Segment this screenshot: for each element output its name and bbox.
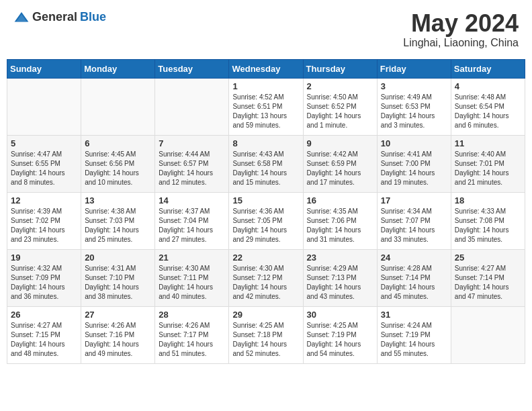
calendar-cell: 24Sunrise: 4:28 AMSunset: 7:14 PMDayligh… bbox=[377, 249, 451, 306]
day-info: Sunrise: 4:49 AMSunset: 6:53 PMDaylight:… bbox=[381, 93, 447, 130]
day-of-week-header: Sunday bbox=[7, 59, 81, 78]
day-number: 29 bbox=[232, 310, 299, 320]
calendar-week-row: 5Sunrise: 4:47 AMSunset: 6:55 PMDaylight… bbox=[7, 135, 525, 192]
calendar-cell: 6Sunrise: 4:45 AMSunset: 6:56 PMDaylight… bbox=[81, 135, 155, 192]
day-number: 28 bbox=[159, 310, 225, 320]
calendar-cell: 8Sunrise: 4:43 AMSunset: 6:58 PMDaylight… bbox=[229, 135, 303, 192]
day-number: 9 bbox=[307, 138, 373, 148]
calendar-cell: 9Sunrise: 4:42 AMSunset: 6:59 PMDaylight… bbox=[303, 135, 377, 192]
day-number: 21 bbox=[159, 253, 225, 263]
calendar-cell: 4Sunrise: 4:48 AMSunset: 6:54 PMDaylight… bbox=[451, 78, 525, 135]
calendar-cell: 14Sunrise: 4:37 AMSunset: 7:04 PMDayligh… bbox=[155, 192, 229, 249]
page-header: GeneralBlue May 2024 Linghai, Liaoning, … bbox=[7, 7, 525, 52]
day-number: 7 bbox=[159, 138, 225, 148]
day-info: Sunrise: 4:30 AMSunset: 7:12 PMDaylight:… bbox=[232, 264, 299, 302]
day-number: 4 bbox=[455, 81, 521, 91]
calendar-cell: 28Sunrise: 4:26 AMSunset: 7:17 PMDayligh… bbox=[155, 306, 229, 363]
calendar-cell: 25Sunrise: 4:27 AMSunset: 7:14 PMDayligh… bbox=[451, 249, 525, 306]
day-info: Sunrise: 4:29 AMSunset: 7:13 PMDaylight:… bbox=[307, 264, 373, 302]
day-number: 19 bbox=[11, 253, 77, 263]
day-info: Sunrise: 4:52 AMSunset: 6:51 PMDaylight:… bbox=[232, 93, 299, 130]
calendar-cell: 30Sunrise: 4:25 AMSunset: 7:19 PMDayligh… bbox=[303, 306, 377, 363]
calendar-cell: 21Sunrise: 4:30 AMSunset: 7:11 PMDayligh… bbox=[155, 249, 229, 306]
day-info: Sunrise: 4:25 AMSunset: 7:18 PMDaylight:… bbox=[232, 321, 299, 359]
day-info: Sunrise: 4:33 AMSunset: 7:08 PMDaylight:… bbox=[455, 207, 521, 244]
day-number: 25 bbox=[455, 253, 521, 263]
day-number: 13 bbox=[85, 195, 151, 205]
day-info: Sunrise: 4:47 AMSunset: 6:55 PMDaylight:… bbox=[11, 150, 77, 187]
logo: GeneralBlue bbox=[13, 10, 106, 24]
calendar-table: SundayMondayTuesdayWednesdayThursdayFrid… bbox=[7, 59, 525, 364]
calendar-cell: 29Sunrise: 4:25 AMSunset: 7:18 PMDayligh… bbox=[229, 306, 303, 363]
logo-icon bbox=[13, 11, 30, 24]
day-of-week-header: Tuesday bbox=[155, 59, 229, 78]
calendar-cell bbox=[81, 78, 155, 135]
day-number: 18 bbox=[455, 195, 521, 205]
calendar-cell: 20Sunrise: 4:31 AMSunset: 7:10 PMDayligh… bbox=[81, 249, 155, 306]
day-number: 8 bbox=[232, 138, 299, 148]
calendar-cell: 22Sunrise: 4:30 AMSunset: 7:12 PMDayligh… bbox=[229, 249, 303, 306]
day-info: Sunrise: 4:26 AMSunset: 7:17 PMDaylight:… bbox=[159, 321, 225, 359]
calendar-cell: 19Sunrise: 4:32 AMSunset: 7:09 PMDayligh… bbox=[7, 249, 81, 306]
calendar-cell: 17Sunrise: 4:34 AMSunset: 7:07 PMDayligh… bbox=[377, 192, 451, 249]
calendar-cell: 5Sunrise: 4:47 AMSunset: 6:55 PMDaylight… bbox=[7, 135, 81, 192]
day-number: 10 bbox=[381, 138, 447, 148]
day-number: 17 bbox=[381, 195, 447, 205]
day-info: Sunrise: 4:31 AMSunset: 7:10 PMDaylight:… bbox=[85, 264, 151, 302]
day-info: Sunrise: 4:50 AMSunset: 6:52 PMDaylight:… bbox=[307, 93, 373, 130]
day-number: 16 bbox=[307, 195, 373, 205]
calendar-cell: 1Sunrise: 4:52 AMSunset: 6:51 PMDaylight… bbox=[229, 78, 303, 135]
title-block: May 2024 Linghai, Liaoning, China bbox=[403, 10, 519, 49]
day-number: 31 bbox=[381, 310, 447, 320]
day-number: 22 bbox=[232, 253, 299, 263]
location-title: Linghai, Liaoning, China bbox=[403, 37, 519, 49]
day-number: 6 bbox=[85, 138, 151, 148]
day-info: Sunrise: 4:32 AMSunset: 7:09 PMDaylight:… bbox=[11, 264, 77, 302]
calendar-cell: 10Sunrise: 4:41 AMSunset: 7:00 PMDayligh… bbox=[377, 135, 451, 192]
day-of-week-header: Friday bbox=[377, 59, 451, 78]
calendar-cell: 27Sunrise: 4:26 AMSunset: 7:16 PMDayligh… bbox=[81, 306, 155, 363]
day-of-week-header: Thursday bbox=[303, 59, 377, 78]
day-info: Sunrise: 4:24 AMSunset: 7:19 PMDaylight:… bbox=[381, 321, 447, 359]
day-info: Sunrise: 4:45 AMSunset: 6:56 PMDaylight:… bbox=[85, 150, 151, 187]
calendar-week-row: 1Sunrise: 4:52 AMSunset: 6:51 PMDaylight… bbox=[7, 78, 525, 135]
day-of-week-header: Monday bbox=[81, 59, 155, 78]
day-info: Sunrise: 4:34 AMSunset: 7:07 PMDaylight:… bbox=[381, 207, 447, 244]
day-info: Sunrise: 4:40 AMSunset: 7:01 PMDaylight:… bbox=[455, 150, 521, 187]
day-number: 26 bbox=[11, 310, 77, 320]
logo-blue-text: Blue bbox=[80, 10, 106, 24]
day-number: 1 bbox=[232, 81, 299, 91]
day-number: 12 bbox=[11, 195, 77, 205]
calendar-cell bbox=[451, 306, 525, 363]
day-number: 23 bbox=[307, 253, 373, 263]
calendar-cell: 26Sunrise: 4:27 AMSunset: 7:15 PMDayligh… bbox=[7, 306, 81, 363]
day-info: Sunrise: 4:41 AMSunset: 7:00 PMDaylight:… bbox=[381, 150, 447, 187]
day-info: Sunrise: 4:48 AMSunset: 6:54 PMDaylight:… bbox=[455, 93, 521, 130]
calendar-cell: 31Sunrise: 4:24 AMSunset: 7:19 PMDayligh… bbox=[377, 306, 451, 363]
calendar-cell: 2Sunrise: 4:50 AMSunset: 6:52 PMDaylight… bbox=[303, 78, 377, 135]
day-info: Sunrise: 4:36 AMSunset: 7:05 PMDaylight:… bbox=[232, 207, 299, 244]
day-number: 24 bbox=[381, 253, 447, 263]
day-number: 3 bbox=[381, 81, 447, 91]
day-number: 30 bbox=[307, 310, 373, 320]
day-info: Sunrise: 4:35 AMSunset: 7:06 PMDaylight:… bbox=[307, 207, 373, 244]
calendar-cell: 11Sunrise: 4:40 AMSunset: 7:01 PMDayligh… bbox=[451, 135, 525, 192]
calendar-cell: 13Sunrise: 4:38 AMSunset: 7:03 PMDayligh… bbox=[81, 192, 155, 249]
day-number: 15 bbox=[232, 195, 299, 205]
calendar-week-row: 19Sunrise: 4:32 AMSunset: 7:09 PMDayligh… bbox=[7, 249, 525, 306]
calendar-cell: 23Sunrise: 4:29 AMSunset: 7:13 PMDayligh… bbox=[303, 249, 377, 306]
day-info: Sunrise: 4:44 AMSunset: 6:57 PMDaylight:… bbox=[159, 150, 225, 187]
day-of-week-header: Saturday bbox=[451, 59, 525, 78]
day-info: Sunrise: 4:27 AMSunset: 7:14 PMDaylight:… bbox=[455, 264, 521, 302]
day-info: Sunrise: 4:27 AMSunset: 7:15 PMDaylight:… bbox=[11, 321, 77, 359]
calendar-cell: 18Sunrise: 4:33 AMSunset: 7:08 PMDayligh… bbox=[451, 192, 525, 249]
day-number: 27 bbox=[85, 310, 151, 320]
day-info: Sunrise: 4:37 AMSunset: 7:04 PMDaylight:… bbox=[159, 207, 225, 244]
day-number: 14 bbox=[159, 195, 225, 205]
day-info: Sunrise: 4:42 AMSunset: 6:59 PMDaylight:… bbox=[307, 150, 373, 187]
day-info: Sunrise: 4:39 AMSunset: 7:02 PMDaylight:… bbox=[11, 207, 77, 244]
day-number: 20 bbox=[85, 253, 151, 263]
day-info: Sunrise: 4:43 AMSunset: 6:58 PMDaylight:… bbox=[232, 150, 299, 187]
calendar-cell: 7Sunrise: 4:44 AMSunset: 6:57 PMDaylight… bbox=[155, 135, 229, 192]
day-of-week-header: Wednesday bbox=[229, 59, 303, 78]
